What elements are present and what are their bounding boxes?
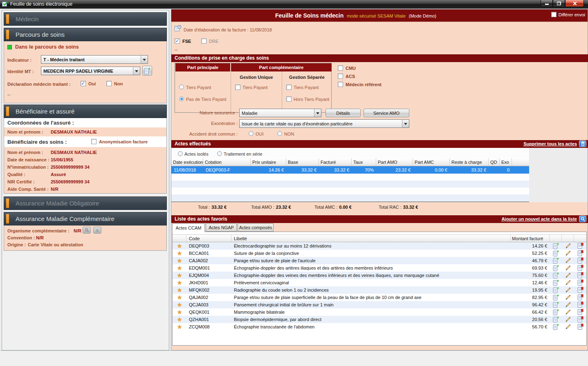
indicateur-select[interactable]: T - Médecin traitant [41, 55, 148, 64]
section-header-beneficiaire[interactable]: Bénéficiaire et assuré [4, 105, 167, 118]
actes-column-header[interactable]: Prix unitaire [251, 158, 286, 166]
section-header-amo[interactable]: Assurance Maladie Obligatoire [4, 196, 167, 210]
tarifer-acte-button[interactable] [574, 316, 586, 323]
edit-acte-button[interactable] [562, 287, 574, 293]
tarifer-acte-button[interactable] [574, 257, 586, 264]
edit-acte-button[interactable] [562, 324, 574, 330]
add-acte-to-fse-button[interactable] [550, 316, 562, 323]
favoris-row[interactable]: ★CAJA002Parage et/ou suture de plaie de … [173, 257, 586, 264]
edit-acte-button[interactable] [562, 280, 574, 286]
edit-acte-button[interactable] [562, 258, 574, 263]
favorite-star-icon[interactable]: ★ [173, 265, 186, 271]
gu-tiers-payant-checkbox[interactable] [235, 85, 240, 90]
tab-actes-ccam[interactable]: Actes CCAM [172, 223, 205, 232]
accident-oui-radio[interactable] [249, 131, 254, 136]
add-acte-to-fse-button[interactable] [550, 243, 562, 249]
favorite-star-icon[interactable]: ★ [173, 250, 186, 257]
favoris-row[interactable]: ★QAJA002Parage et/ou suture de plaie sup… [173, 294, 586, 301]
actes-column-header[interactable]: Cotation [203, 158, 251, 166]
favorite-star-icon[interactable]: ★ [173, 287, 186, 293]
favoris-row[interactable]: ★QZHA001Biopsie dermoépidermique, par ab… [173, 316, 586, 323]
gs-tiers-payant-checkbox[interactable] [286, 85, 292, 90]
favorite-star-icon[interactable]: ★ [173, 324, 186, 330]
add-acte-to-fse-button[interactable] [550, 257, 562, 264]
tarifer-acte-button[interactable] [574, 243, 586, 249]
dre-checkbox[interactable] [201, 38, 206, 44]
tiers-payant-radio[interactable] [179, 85, 184, 89]
edit-acte-button[interactable] [562, 295, 574, 300]
add-acte-to-fse-button[interactable] [550, 279, 562, 286]
section-header-parcours[interactable]: Parcours de soins [4, 28, 167, 41]
add-acte-to-fse-button[interactable] [550, 294, 562, 301]
favorite-star-icon[interactable]: ★ [173, 243, 186, 249]
differer-envoi-checkbox[interactable] [551, 12, 557, 17]
add-acte-to-fse-button[interactable] [550, 287, 562, 293]
favorite-star-icon[interactable]: ★ [173, 316, 186, 323]
ajouter-acte-link[interactable]: Ajouter un nouvel acte dans la liste [501, 215, 577, 223]
section-header-amc[interactable]: Assurance Maladie Complémentaire [4, 212, 167, 225]
actes-column-header[interactable]: Base [286, 158, 319, 166]
traitement-serie-radio[interactable] [217, 151, 222, 156]
tarifer-acte-button[interactable] [574, 250, 586, 257]
hors-tiers-payant-checkbox[interactable] [286, 96, 292, 102]
edit-acte-button[interactable] [562, 317, 574, 322]
section-header-medecin[interactable]: Médecin [4, 12, 167, 26]
favorite-star-icon[interactable]: ★ [173, 301, 186, 308]
minimize-button[interactable] [541, 0, 553, 7]
cmu-checkbox[interactable] [338, 65, 343, 71]
actes-column-header[interactable]: QD [489, 158, 500, 166]
actes-column-header[interactable]: Reste à charge [450, 158, 489, 166]
acte-row-selected[interactable]: 11/08/2018DEQP003-F14.26 €33.32 €33.32 €… [171, 166, 529, 174]
declaration-non-checkbox[interactable] [106, 81, 112, 86]
edit-acte-button[interactable] [562, 265, 574, 271]
add-acte-to-fse-button[interactable] [550, 301, 562, 308]
add-acte-to-fse-button[interactable] [550, 324, 562, 330]
add-acte-to-fse-button[interactable] [550, 250, 562, 257]
organisme-s-button[interactable]: S [93, 227, 101, 234]
exoneration-select[interactable]: Issue de la carte vitale ou pas d'éxonér… [239, 119, 409, 128]
favorite-star-icon[interactable]: ★ [173, 294, 186, 301]
favoris-row[interactable]: ★JKHD001Prélèvement cervicovaginal12.46 … [173, 279, 586, 286]
tarifer-acte-button[interactable] [574, 287, 586, 293]
favoris-row[interactable]: ★MFQK002Radiographie du coude selon 1 ou… [173, 286, 586, 294]
favorite-star-icon[interactable]: ★ [173, 272, 186, 279]
details-button[interactable]: Détails [325, 109, 361, 117]
actes-column-header[interactable]: Part AMO [376, 158, 413, 166]
nature-assurance-select[interactable]: Maladie [239, 109, 321, 117]
favoris-row[interactable]: ★QEQK001Mammographie bilatérale66.42 € [173, 308, 586, 316]
service-amo-button[interactable]: Service AMO [364, 109, 409, 117]
edit-acte-button[interactable] [562, 243, 574, 249]
tarifer-acte-button[interactable] [574, 265, 586, 271]
edit-acte-button[interactable] [562, 309, 574, 315]
supprimer-actes-link[interactable]: Supprimer tous les actes [523, 140, 577, 148]
favoris-row[interactable]: ★DEQP003Électrocardiographie sur au moin… [173, 242, 586, 250]
restore-button[interactable] [553, 0, 565, 7]
identite-mt-select[interactable]: MEDECIN RPP SADELI VIRGINIE [41, 67, 140, 75]
actes-isoles-radio[interactable] [178, 151, 183, 156]
favoris-row[interactable]: ★EDQM001Échographie-doppler des artères … [173, 264, 586, 272]
actes-column-header[interactable]: Part AMC [413, 158, 450, 166]
pas-tiers-payant-radio[interactable] [179, 96, 184, 101]
anonymisation-checkbox[interactable] [91, 139, 97, 144]
tab-actes-composes[interactable]: Actes composés [238, 223, 274, 232]
edit-acte-button[interactable] [562, 302, 574, 308]
tarifer-acte-button[interactable] [574, 301, 586, 308]
favoris-row[interactable]: ★ZCQM008Échographie transcutanée de l'ab… [173, 323, 586, 330]
add-acte-to-fse-button[interactable] [550, 272, 562, 279]
favorite-star-icon[interactable]: ★ [173, 257, 186, 264]
fse-checkbox[interactable] [175, 38, 180, 44]
add-acte-to-fse-button[interactable] [550, 309, 562, 315]
acs-checkbox[interactable] [338, 74, 343, 79]
add-medecin-button[interactable] [142, 66, 152, 76]
actes-column-header[interactable]: Exo [500, 158, 512, 166]
tarifer-acte-button[interactable] [574, 309, 586, 315]
actes-column-header[interactable]: Date exécution [171, 158, 203, 166]
medecin-referent-checkbox[interactable] [338, 82, 343, 87]
ajouter-acte-button[interactable] [579, 216, 586, 222]
edit-acte-button[interactable] [562, 250, 574, 256]
accident-non-radio[interactable] [277, 131, 282, 136]
actes-column-header[interactable]: Taux [352, 158, 376, 166]
tarifer-acte-button[interactable] [574, 324, 586, 330]
supprimer-actes-button[interactable] [579, 141, 586, 147]
favorite-star-icon[interactable]: ★ [173, 309, 186, 315]
